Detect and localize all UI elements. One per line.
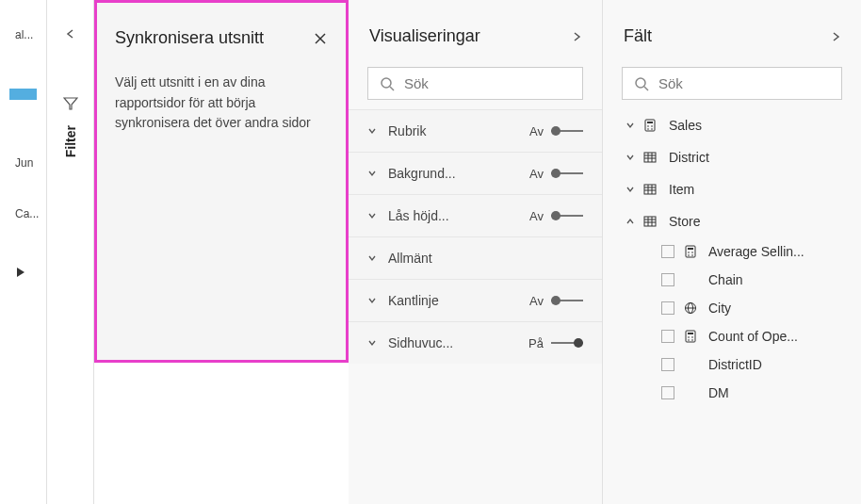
search-icon [634, 76, 649, 91]
table-label: Store [669, 214, 700, 229]
svg-point-6 [636, 78, 645, 88]
format-property-row[interactable]: Bakgrund... Av [349, 152, 602, 194]
format-property-row[interactable]: Rubrik Av [349, 109, 602, 152]
chevron-down-icon[interactable] [367, 169, 377, 178]
toggle-switch[interactable] [551, 125, 583, 137]
calc-icon [684, 245, 701, 258]
collapse-chevron-icon[interactable] [65, 28, 76, 40]
field-row[interactable]: DistrictID [603, 350, 861, 379]
chevron-down-icon[interactable] [367, 211, 377, 220]
toggle-state: Av [529, 167, 544, 181]
field-checkbox[interactable] [661, 358, 674, 371]
play-icon[interactable] [17, 268, 46, 277]
field-row[interactable]: Count of Ope... [603, 322, 861, 350]
property-label: Allmänt [388, 251, 583, 266]
table-icon [641, 183, 659, 196]
fields-search[interactable] [622, 67, 842, 100]
svg-marker-0 [17, 268, 24, 277]
table-label: District [669, 150, 709, 165]
chevron-down-icon[interactable] [367, 296, 377, 305]
field-checkbox[interactable] [661, 330, 674, 343]
collapse-chevron-icon[interactable] [831, 31, 840, 42]
chevron-down-icon[interactable] [625, 185, 641, 194]
field-checkbox[interactable] [661, 273, 674, 286]
svg-point-12 [647, 128, 649, 130]
svg-rect-9 [647, 122, 653, 123]
format-property-row[interactable]: Lås höjd... Av [349, 194, 602, 236]
svg-point-41 [691, 336, 693, 338]
field-row[interactable]: City [603, 294, 861, 322]
close-icon[interactable] [314, 32, 327, 45]
svg-point-31 [688, 252, 690, 253]
format-property-row[interactable]: Kantlinje Av [349, 279, 602, 321]
format-property-row[interactable]: Sidhuvuc... På [349, 321, 602, 364]
table-row[interactable]: Sales [603, 109, 861, 141]
table-icon [641, 151, 659, 164]
field-label: Average Sellin... [708, 244, 804, 259]
chevron-up-icon[interactable] [625, 217, 641, 226]
svg-point-34 [691, 254, 693, 256]
field-label: Count of Ope... [708, 329, 798, 344]
property-label: Sidhuvuc... [388, 335, 528, 350]
field-checkbox[interactable] [661, 301, 674, 315]
table-icon [641, 215, 659, 228]
calc-icon [684, 330, 701, 343]
fields-pane: Fält Sales District Item Store Average S… [603, 0, 861, 504]
sync-pane-title: Synkronisera utsnitt [115, 28, 264, 48]
field-row[interactable]: Chain [603, 266, 861, 294]
visualizations-pane: Visualiseringar Rubrik Av Bakgrund... Av… [349, 0, 603, 504]
svg-rect-38 [686, 331, 695, 342]
chevron-down-icon[interactable] [367, 338, 377, 348]
svg-point-13 [651, 128, 653, 130]
filter-pane-label: Filter [63, 125, 78, 157]
sync-pane-body: Välj ett utsnitt i en av dina rapportsid… [115, 73, 327, 134]
canvas-label: Ca... [15, 207, 46, 220]
chevron-down-icon[interactable] [625, 153, 641, 162]
svg-rect-8 [645, 120, 655, 131]
toggle-state: Av [529, 124, 544, 138]
filter-pane-collapsed[interactable]: Filter [47, 0, 94, 504]
svg-point-4 [382, 78, 391, 88]
property-label: Rubrik [388, 123, 529, 138]
search-icon [380, 76, 395, 91]
field-checkbox[interactable] [661, 245, 674, 258]
toggle-switch[interactable] [551, 295, 583, 306]
chevron-down-icon[interactable] [367, 126, 377, 136]
table-label: Sales [669, 118, 702, 133]
toggle-state: Av [529, 209, 544, 223]
chevron-down-icon[interactable] [625, 121, 641, 130]
table-row[interactable]: Item [603, 173, 861, 205]
svg-line-7 [644, 87, 648, 90]
visualizations-search[interactable] [367, 67, 583, 100]
svg-point-11 [651, 125, 653, 127]
filter-icon [63, 96, 78, 111]
search-input[interactable] [404, 75, 571, 91]
toggle-switch[interactable] [551, 337, 583, 349]
property-label: Kantlinje [388, 293, 529, 308]
svg-rect-39 [688, 333, 693, 334]
svg-point-40 [688, 336, 690, 338]
search-input[interactable] [658, 75, 830, 91]
property-label: Bakgrund... [388, 166, 529, 181]
table-row[interactable]: Store [603, 205, 861, 237]
toggle-switch[interactable] [551, 168, 583, 179]
table-row[interactable]: District [603, 141, 861, 173]
field-row[interactable]: Average Sellin... [603, 237, 861, 266]
format-property-row[interactable]: Allmänt [349, 236, 602, 279]
svg-rect-19 [644, 185, 656, 194]
chevron-down-icon[interactable] [367, 253, 377, 263]
svg-rect-14 [644, 153, 656, 162]
field-row[interactable]: DM [603, 379, 861, 407]
property-label: Lås höjd... [388, 208, 529, 223]
svg-marker-1 [64, 98, 77, 109]
collapse-chevron-icon[interactable] [572, 31, 581, 42]
svg-point-33 [688, 254, 690, 256]
sync-slicers-pane: Synkronisera utsnitt Välj ett utsnitt i … [94, 0, 349, 363]
field-label: Chain [708, 272, 743, 287]
toggle-switch[interactable] [551, 210, 583, 221]
svg-rect-30 [688, 248, 693, 250]
toggle-state: Av [529, 294, 544, 308]
field-checkbox[interactable] [661, 386, 674, 399]
svg-rect-29 [686, 246, 695, 257]
field-label: DM [708, 385, 729, 400]
